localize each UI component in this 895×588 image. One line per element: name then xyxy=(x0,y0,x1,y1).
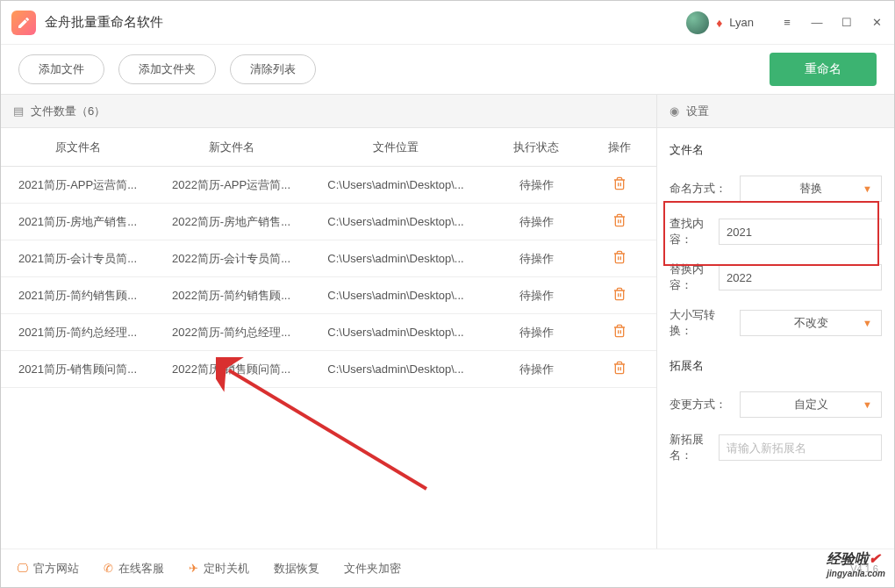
cell-status: 待操作 xyxy=(483,251,589,267)
maximize-button[interactable]: ☐ xyxy=(840,16,854,30)
filename-section: 文件名 xyxy=(669,142,882,158)
cell-path: C:\Users\admin\Desktop\... xyxy=(308,252,483,265)
cell-old-name: 2021简历-销售顾问简... xyxy=(1,362,154,377)
avatar xyxy=(686,11,709,34)
ext-new-label: 新拓展名： xyxy=(669,432,712,463)
version-label: V4.1.6 xyxy=(850,563,878,574)
cell-path: C:\Users\admin\Desktop\... xyxy=(308,215,483,228)
col-op: 操作 xyxy=(589,140,650,155)
username: Lyan xyxy=(729,16,754,29)
naming-label: 命名方式： xyxy=(669,181,733,197)
cell-path: C:\Users\admin\Desktop\... xyxy=(308,289,483,302)
cell-old-name: 2021简历-简约销售顾... xyxy=(1,288,154,304)
clear-list-button[interactable]: 清除列表 xyxy=(230,54,316,84)
col-new-name: 新文件名 xyxy=(154,140,308,155)
close-button[interactable]: ✕ xyxy=(870,16,884,30)
table-header: 原文件名 新文件名 文件位置 执行状态 操作 xyxy=(1,128,656,167)
add-file-button[interactable]: 添加文件 xyxy=(18,54,104,84)
table-body: 2021简历-APP运营简... 2022简历-APP运营简... C:\Use… xyxy=(1,167,656,549)
ext-mode-select[interactable]: 自定义 ▼ xyxy=(740,391,882,418)
file-count-header: ▤ 文件数量（6） xyxy=(1,95,656,128)
case-select[interactable]: 不改变 ▼ xyxy=(740,310,882,336)
file-list-panel: ▤ 文件数量（6） 原文件名 新文件名 文件位置 执行状态 操作 2021简历-… xyxy=(1,95,657,549)
table-row[interactable]: 2021简历-销售顾问简... 2022简历-销售顾问简... C:\Users… xyxy=(1,351,656,388)
replace-input[interactable] xyxy=(719,264,882,290)
trash-icon[interactable] xyxy=(612,287,626,301)
cell-status: 待操作 xyxy=(483,177,589,193)
caret-icon: ▼ xyxy=(863,183,872,194)
cell-new-name: 2022简历-销售顾问简... xyxy=(154,362,308,377)
col-status: 执行状态 xyxy=(483,140,589,155)
trash-icon[interactable] xyxy=(612,361,626,375)
ext-new-input[interactable] xyxy=(719,434,882,461)
trash-icon[interactable] xyxy=(612,250,626,264)
col-old-name: 原文件名 xyxy=(1,140,154,155)
table-row[interactable]: 2021简历-会计专员简... 2022简历-会计专员简... C:\Users… xyxy=(1,240,656,277)
naming-select[interactable]: 替换 ▼ xyxy=(740,176,882,202)
toolbar: 添加文件 添加文件夹 清除列表 重命名 xyxy=(1,45,894,94)
trash-icon[interactable] xyxy=(612,176,626,190)
monitor-icon: 🖵 xyxy=(17,562,28,575)
cell-op xyxy=(589,324,650,341)
cell-status: 待操作 xyxy=(483,214,589,230)
ext-section: 拓展名 xyxy=(669,358,882,374)
rename-button[interactable]: 重命名 xyxy=(770,53,877,86)
cell-old-name: 2021简历-APP运营简... xyxy=(1,177,154,193)
cell-path: C:\Users\admin\Desktop\... xyxy=(308,326,483,339)
timer-icon: ✈ xyxy=(189,562,198,575)
cell-new-name: 2022简历-简约销售顾... xyxy=(154,288,308,304)
case-value: 不改变 xyxy=(794,315,828,331)
cell-new-name: 2022简历-APP运营简... xyxy=(154,177,308,193)
cell-status: 待操作 xyxy=(483,288,589,304)
app-icon xyxy=(11,11,36,35)
cell-op xyxy=(589,361,650,377)
cell-status: 待操作 xyxy=(483,362,589,377)
minimize-button[interactable]: — xyxy=(810,16,824,30)
cell-path: C:\Users\admin\Desktop\... xyxy=(308,178,483,191)
case-label: 大小写转换： xyxy=(669,307,733,339)
cell-op xyxy=(589,176,650,193)
file-count-label: 文件数量（6） xyxy=(31,104,105,119)
cell-new-name: 2022简历-简约总经理... xyxy=(154,325,308,341)
cell-old-name: 2021简历-会计专员简... xyxy=(1,251,154,267)
table-row[interactable]: 2021简历-APP运营简... 2022简历-APP运营简... C:\Use… xyxy=(1,167,656,204)
cell-new-name: 2022简历-会计专员简... xyxy=(154,251,308,267)
table-row[interactable]: 2021简历-简约总经理... 2022简历-简约总经理... C:\Users… xyxy=(1,314,656,351)
settings-icon: ◉ xyxy=(669,104,679,118)
cell-op xyxy=(589,287,650,304)
caret-icon: ▼ xyxy=(863,318,872,328)
naming-value: 替换 xyxy=(799,181,822,197)
user-area[interactable]: ♦ Lyan xyxy=(686,11,754,34)
table-row[interactable]: 2021简历-简约销售顾... 2022简历-简约销售顾... C:\Users… xyxy=(1,277,656,314)
cell-status: 待操作 xyxy=(483,325,589,341)
footer-recover[interactable]: 数据恢复 xyxy=(274,561,319,577)
menu-button[interactable]: ≡ xyxy=(780,16,794,30)
settings-label: 设置 xyxy=(686,104,709,119)
footer-timer[interactable]: ✈定时关机 xyxy=(189,561,249,577)
settings-header: ◉ 设置 xyxy=(657,95,894,128)
cell-path: C:\Users\admin\Desktop\... xyxy=(308,362,483,376)
replace-label: 替换内容： xyxy=(669,262,712,293)
settings-panel: ◉ 设置 文件名 命名方式： 替换 ▼ 查找内容： 替换内容： xyxy=(657,95,894,549)
cell-old-name: 2021简历-简约总经理... xyxy=(1,325,154,341)
titlebar: 金舟批量重命名软件 ♦ Lyan ≡ — ☐ ✕ xyxy=(1,1,894,45)
col-path: 文件位置 xyxy=(308,140,483,155)
add-folder-button[interactable]: 添加文件夹 xyxy=(118,54,216,84)
headset-icon: ✆ xyxy=(104,562,113,575)
footer-encrypt[interactable]: 文件夹加密 xyxy=(344,561,401,577)
window-controls: ≡ — ☐ ✕ xyxy=(780,16,884,30)
cell-new-name: 2022简历-房地产销售... xyxy=(154,214,308,230)
find-input[interactable] xyxy=(719,219,882,245)
trash-icon[interactable] xyxy=(612,213,626,227)
cell-op xyxy=(589,213,650,230)
trash-icon[interactable] xyxy=(612,324,626,338)
footer: 🖵官方网站 ✆在线客服 ✈定时关机 数据恢复 文件夹加密 V4.1.6 xyxy=(1,549,894,587)
table-row[interactable]: 2021简历-房地产销售... 2022简历-房地产销售... C:\Users… xyxy=(1,204,656,240)
footer-service[interactable]: ✆在线客服 xyxy=(104,561,164,577)
footer-site[interactable]: 🖵官方网站 xyxy=(17,561,79,577)
ext-mode-label: 变更方式： xyxy=(669,397,733,412)
ext-mode-value: 自定义 xyxy=(794,397,828,412)
vip-icon: ♦ xyxy=(716,16,722,30)
app-title: 金舟批量重命名软件 xyxy=(45,14,686,31)
cell-op xyxy=(589,250,650,267)
